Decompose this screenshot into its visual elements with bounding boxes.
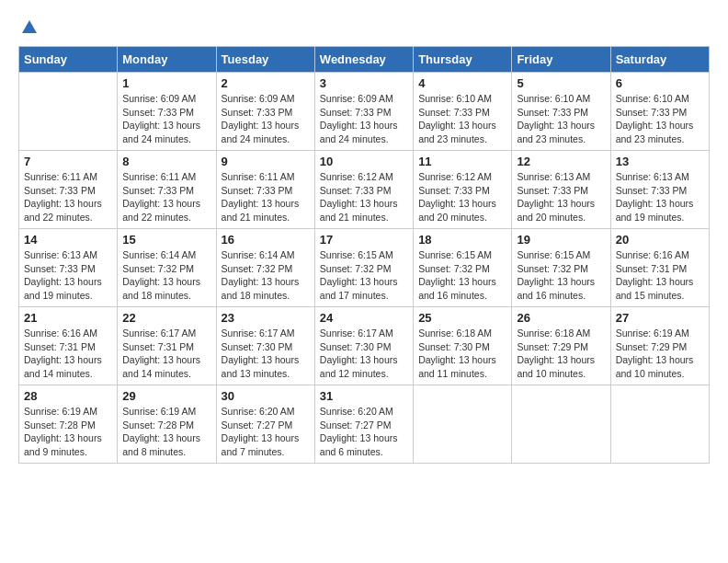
calendar-cell: 31Sunrise: 6:20 AM Sunset: 7:27 PM Dayli… bbox=[314, 385, 413, 464]
weekday-header: Monday bbox=[118, 47, 216, 73]
day-info: Sunrise: 6:13 AM Sunset: 7:33 PM Dayligh… bbox=[616, 170, 704, 224]
day-number: 13 bbox=[616, 155, 704, 168]
calendar-week-row: 21Sunrise: 6:16 AM Sunset: 7:31 PM Dayli… bbox=[19, 307, 710, 385]
day-info: Sunrise: 6:12 AM Sunset: 7:33 PM Dayligh… bbox=[418, 170, 506, 224]
day-info: Sunrise: 6:17 AM Sunset: 7:31 PM Dayligh… bbox=[122, 327, 210, 381]
day-number: 4 bbox=[418, 76, 506, 90]
calendar-cell: 16Sunrise: 6:14 AM Sunset: 7:32 PM Dayli… bbox=[216, 229, 314, 307]
day-info: Sunrise: 6:15 AM Sunset: 7:32 PM Dayligh… bbox=[418, 248, 506, 303]
calendar-cell: 9Sunrise: 6:11 AM Sunset: 7:33 PM Daylig… bbox=[216, 151, 314, 229]
svg-marker-0 bbox=[22, 20, 37, 33]
calendar-cell: 29Sunrise: 6:19 AM Sunset: 7:28 PM Dayli… bbox=[118, 385, 216, 464]
calendar-week-row: 28Sunrise: 6:19 AM Sunset: 7:28 PM Dayli… bbox=[19, 385, 710, 464]
calendar-cell: 24Sunrise: 6:17 AM Sunset: 7:30 PM Dayli… bbox=[314, 307, 413, 385]
calendar-week-row: 14Sunrise: 6:13 AM Sunset: 7:33 PM Dayli… bbox=[19, 229, 710, 307]
day-number: 9 bbox=[222, 155, 310, 168]
day-number: 2 bbox=[222, 76, 310, 90]
day-info: Sunrise: 6:20 AM Sunset: 7:27 PM Dayligh… bbox=[222, 405, 310, 459]
calendar-cell: 1Sunrise: 6:09 AM Sunset: 7:33 PM Daylig… bbox=[118, 73, 216, 151]
day-info: Sunrise: 6:15 AM Sunset: 7:32 PM Dayligh… bbox=[517, 248, 605, 303]
day-info: Sunrise: 6:10 AM Sunset: 7:33 PM Dayligh… bbox=[616, 92, 704, 146]
day-number: 8 bbox=[122, 155, 210, 168]
day-info: Sunrise: 6:17 AM Sunset: 7:30 PM Dayligh… bbox=[320, 327, 408, 381]
calendar-cell: 8Sunrise: 6:11 AM Sunset: 7:33 PM Daylig… bbox=[118, 151, 216, 229]
logo bbox=[18, 18, 39, 37]
day-info: Sunrise: 6:16 AM Sunset: 7:31 PM Dayligh… bbox=[616, 248, 704, 303]
day-number: 27 bbox=[616, 311, 704, 325]
day-number: 21 bbox=[24, 311, 112, 325]
day-info: Sunrise: 6:18 AM Sunset: 7:29 PM Dayligh… bbox=[517, 327, 605, 381]
calendar-cell: 2Sunrise: 6:09 AM Sunset: 7:33 PM Daylig… bbox=[216, 73, 314, 151]
day-number: 24 bbox=[320, 311, 408, 325]
day-number: 18 bbox=[418, 233, 506, 247]
calendar-cell: 11Sunrise: 6:12 AM Sunset: 7:33 PM Dayli… bbox=[414, 151, 512, 229]
calendar-cell: 30Sunrise: 6:20 AM Sunset: 7:27 PM Dayli… bbox=[216, 385, 314, 464]
day-number: 19 bbox=[517, 233, 605, 247]
calendar-cell: 7Sunrise: 6:11 AM Sunset: 7:33 PM Daylig… bbox=[19, 151, 118, 229]
day-info: Sunrise: 6:11 AM Sunset: 7:33 PM Dayligh… bbox=[24, 170, 112, 224]
calendar-cell: 14Sunrise: 6:13 AM Sunset: 7:33 PM Dayli… bbox=[19, 229, 118, 307]
calendar-cell: 26Sunrise: 6:18 AM Sunset: 7:29 PM Dayli… bbox=[512, 307, 610, 385]
calendar-header-row: SundayMondayTuesdayWednesdayThursdayFrid… bbox=[19, 47, 710, 73]
calendar-week-row: 1Sunrise: 6:09 AM Sunset: 7:33 PM Daylig… bbox=[19, 73, 710, 151]
day-info: Sunrise: 6:15 AM Sunset: 7:32 PM Dayligh… bbox=[320, 248, 408, 303]
calendar-cell bbox=[512, 385, 610, 464]
calendar-cell bbox=[19, 73, 118, 151]
calendar-week-row: 7Sunrise: 6:11 AM Sunset: 7:33 PM Daylig… bbox=[19, 151, 710, 229]
day-number: 29 bbox=[122, 389, 210, 403]
day-number: 6 bbox=[616, 76, 704, 90]
calendar-cell: 28Sunrise: 6:19 AM Sunset: 7:28 PM Dayli… bbox=[19, 385, 118, 464]
calendar-cell: 22Sunrise: 6:17 AM Sunset: 7:31 PM Dayli… bbox=[118, 307, 216, 385]
calendar-cell: 4Sunrise: 6:10 AM Sunset: 7:33 PM Daylig… bbox=[414, 73, 512, 151]
calendar-cell: 23Sunrise: 6:17 AM Sunset: 7:30 PM Dayli… bbox=[216, 307, 314, 385]
day-number: 7 bbox=[24, 155, 112, 168]
day-info: Sunrise: 6:11 AM Sunset: 7:33 PM Dayligh… bbox=[222, 170, 310, 224]
day-info: Sunrise: 6:17 AM Sunset: 7:30 PM Dayligh… bbox=[222, 327, 310, 381]
calendar-cell: 27Sunrise: 6:19 AM Sunset: 7:29 PM Dayli… bbox=[610, 307, 709, 385]
day-number: 26 bbox=[517, 311, 605, 325]
weekday-header: Thursday bbox=[414, 47, 512, 73]
day-info: Sunrise: 6:09 AM Sunset: 7:33 PM Dayligh… bbox=[222, 92, 310, 146]
day-info: Sunrise: 6:14 AM Sunset: 7:32 PM Dayligh… bbox=[122, 248, 210, 303]
day-info: Sunrise: 6:20 AM Sunset: 7:27 PM Dayligh… bbox=[320, 405, 408, 459]
day-info: Sunrise: 6:19 AM Sunset: 7:29 PM Dayligh… bbox=[616, 327, 704, 381]
day-number: 14 bbox=[24, 233, 112, 247]
day-info: Sunrise: 6:12 AM Sunset: 7:33 PM Dayligh… bbox=[320, 170, 408, 224]
day-info: Sunrise: 6:19 AM Sunset: 7:28 PM Dayligh… bbox=[24, 405, 112, 459]
weekday-header: Wednesday bbox=[314, 47, 413, 73]
calendar-cell: 25Sunrise: 6:18 AM Sunset: 7:30 PM Dayli… bbox=[414, 307, 512, 385]
day-number: 20 bbox=[616, 233, 704, 247]
day-number: 30 bbox=[222, 389, 310, 403]
calendar-cell: 13Sunrise: 6:13 AM Sunset: 7:33 PM Dayli… bbox=[610, 151, 709, 229]
day-info: Sunrise: 6:11 AM Sunset: 7:33 PM Dayligh… bbox=[122, 170, 210, 224]
day-number: 11 bbox=[418, 155, 506, 168]
calendar-cell: 19Sunrise: 6:15 AM Sunset: 7:32 PM Dayli… bbox=[512, 229, 610, 307]
day-number: 10 bbox=[320, 155, 408, 168]
day-number: 28 bbox=[24, 389, 112, 403]
day-number: 23 bbox=[222, 311, 310, 325]
day-number: 25 bbox=[418, 311, 506, 325]
calendar-cell bbox=[414, 385, 512, 464]
day-number: 17 bbox=[320, 233, 408, 247]
day-number: 1 bbox=[122, 76, 210, 90]
day-number: 22 bbox=[122, 311, 210, 325]
day-info: Sunrise: 6:13 AM Sunset: 7:33 PM Dayligh… bbox=[517, 170, 605, 224]
weekday-header: Friday bbox=[512, 47, 610, 73]
calendar-cell: 18Sunrise: 6:15 AM Sunset: 7:32 PM Dayli… bbox=[414, 229, 512, 307]
day-info: Sunrise: 6:09 AM Sunset: 7:33 PM Dayligh… bbox=[320, 92, 408, 146]
day-number: 3 bbox=[320, 76, 408, 90]
day-number: 5 bbox=[517, 76, 605, 90]
calendar-table: SundayMondayTuesdayWednesdayThursdayFrid… bbox=[18, 46, 710, 464]
calendar-cell bbox=[610, 385, 709, 464]
day-info: Sunrise: 6:18 AM Sunset: 7:30 PM Dayligh… bbox=[418, 327, 506, 381]
day-info: Sunrise: 6:14 AM Sunset: 7:32 PM Dayligh… bbox=[222, 248, 310, 303]
calendar-cell: 20Sunrise: 6:16 AM Sunset: 7:31 PM Dayli… bbox=[610, 229, 709, 307]
calendar-cell: 21Sunrise: 6:16 AM Sunset: 7:31 PM Dayli… bbox=[19, 307, 118, 385]
weekday-header: Sunday bbox=[19, 47, 118, 73]
calendar-cell: 15Sunrise: 6:14 AM Sunset: 7:32 PM Dayli… bbox=[118, 229, 216, 307]
day-info: Sunrise: 6:16 AM Sunset: 7:31 PM Dayligh… bbox=[24, 327, 112, 381]
day-info: Sunrise: 6:09 AM Sunset: 7:33 PM Dayligh… bbox=[122, 92, 210, 146]
page-header bbox=[18, 18, 710, 37]
day-info: Sunrise: 6:10 AM Sunset: 7:33 PM Dayligh… bbox=[517, 92, 605, 146]
logo-icon bbox=[20, 18, 39, 37]
